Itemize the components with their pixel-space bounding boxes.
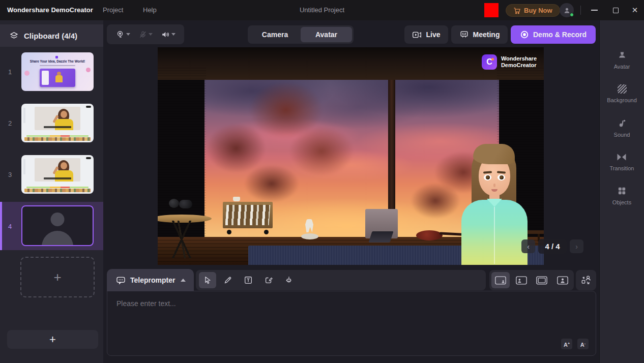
slide-number: 1 bbox=[8, 68, 12, 75]
plus-icon: + bbox=[53, 269, 61, 285]
text-tool[interactable] bbox=[240, 272, 257, 288]
clipboard-item-4-selected[interactable]: 4 bbox=[0, 202, 103, 250]
next-slide-button[interactable]: › bbox=[570, 239, 583, 253]
tab-camera[interactable]: Camera bbox=[249, 27, 301, 42]
preview-canvas[interactable]: C Wondershare DemoCreator bbox=[158, 47, 544, 265]
speaker-dropdown[interactable] bbox=[161, 30, 175, 39]
clipboard-item-2[interactable]: 2 bbox=[0, 103, 103, 142]
slide-thumbnail-promo[interactable]: Share Your Idea, Dazzle The World! bbox=[21, 52, 94, 91]
main-area: Camera Avatar Live Meeting Demo & Record bbox=[103, 20, 599, 363]
chevron-down-icon bbox=[171, 33, 175, 36]
book-cart bbox=[223, 198, 273, 234]
clipboard-title: Clipboard (4/4) bbox=[24, 32, 77, 40]
sound-note-icon bbox=[617, 118, 627, 128]
democreator-logo-icon: C bbox=[482, 54, 497, 70]
layout-person-only[interactable] bbox=[553, 272, 572, 288]
speech-bubble-icon bbox=[116, 276, 126, 285]
meeting-board-icon bbox=[459, 30, 469, 39]
slide-thumbnail-editor[interactable] bbox=[21, 104, 94, 142]
table-object bbox=[169, 199, 179, 208]
tree-foliage bbox=[193, 72, 371, 219]
buy-now-button[interactable]: Buy Now bbox=[506, 4, 560, 17]
layout-person-left[interactable] bbox=[512, 272, 531, 288]
sidebar-item-label: Transition bbox=[610, 165, 634, 171]
account-button[interactable] bbox=[560, 3, 574, 17]
font-size-controls: A+ A- bbox=[561, 339, 589, 349]
recording-indicator[interactable] bbox=[484, 3, 499, 17]
record-icon bbox=[520, 30, 529, 39]
add-slide-placeholder[interactable]: + bbox=[20, 257, 95, 297]
slide-thumbnail-editor[interactable] bbox=[21, 155, 94, 194]
live-button[interactable]: Live bbox=[404, 25, 448, 44]
slide-number: 2 bbox=[8, 119, 12, 127]
clear-tool[interactable] bbox=[280, 272, 298, 288]
shape-tool[interactable] bbox=[260, 272, 277, 288]
tab-avatar-selected[interactable]: Avatar bbox=[301, 27, 352, 42]
layers-icon bbox=[9, 31, 19, 41]
meeting-label: Meeting bbox=[473, 31, 500, 39]
sidebar-item-sound[interactable]: Sound bbox=[614, 118, 630, 138]
chevron-down-icon bbox=[149, 33, 153, 36]
microphone-muted-icon bbox=[139, 31, 147, 39]
table-object bbox=[179, 200, 192, 208]
slide-navigation: ‹ 4 / 4 › bbox=[521, 239, 583, 254]
speaker-icon bbox=[161, 30, 170, 39]
page-indicator: 4 / 4 bbox=[538, 239, 567, 254]
layout-screen-person-corner-icon bbox=[494, 276, 507, 285]
mode-toggle: Camera Avatar bbox=[248, 25, 354, 44]
buy-now-label: Buy Now bbox=[524, 7, 552, 14]
add-slide-button[interactable]: + bbox=[7, 330, 98, 349]
selection-accent-bar bbox=[0, 202, 2, 250]
promo-screenshot bbox=[40, 69, 75, 87]
sidebar-item-background[interactable]: Background bbox=[607, 84, 637, 103]
cart-icon bbox=[513, 7, 521, 14]
layout-screen-only-icon bbox=[536, 276, 548, 285]
chevron-down-icon bbox=[126, 33, 130, 36]
clipboard-item-1[interactable]: 1 Share Your Idea, Dazzle The World! bbox=[0, 52, 103, 91]
font-decrease-button[interactable]: A- bbox=[577, 339, 589, 349]
teleprompter-text-input[interactable] bbox=[107, 291, 596, 355]
sidebar-item-objects[interactable]: Objects bbox=[612, 186, 631, 205]
clipboard-item-3[interactable]: 3 bbox=[0, 155, 103, 194]
live-video-icon bbox=[412, 31, 422, 39]
microphone-dropdown-muted[interactable] bbox=[139, 31, 153, 39]
font-increase-button[interactable]: A+ bbox=[561, 339, 572, 349]
layout-mode-toolbar bbox=[489, 270, 574, 290]
demo-record-label: Demo & Record bbox=[533, 31, 587, 39]
clipboard-panel: Clipboard (4/4) 1 Share Your Idea, Dazzl… bbox=[0, 20, 103, 363]
sidebar-item-transition[interactable]: Transition bbox=[610, 153, 634, 171]
sidebar-item-label: Avatar bbox=[614, 64, 630, 70]
watermark: C Wondershare DemoCreator bbox=[482, 54, 537, 70]
user-icon bbox=[563, 7, 571, 14]
person-silhouette-icon bbox=[51, 213, 65, 226]
online-status-dot bbox=[570, 13, 574, 17]
live-label: Live bbox=[426, 31, 440, 39]
broom-icon bbox=[284, 276, 294, 285]
promo-logo-icon bbox=[55, 56, 58, 58]
device-controls bbox=[107, 24, 184, 44]
pen-tool[interactable] bbox=[219, 272, 237, 288]
maximize-button[interactable] bbox=[605, 0, 626, 20]
slide-thumbnail-avatar-placeholder[interactable] bbox=[21, 205, 94, 246]
close-button[interactable]: ✕ bbox=[625, 0, 644, 20]
collapse-icon[interactable] bbox=[181, 279, 186, 282]
meeting-button[interactable]: Meeting bbox=[451, 25, 508, 44]
teleprompter-tab[interactable]: Teleprompter bbox=[107, 269, 194, 291]
minimize-button[interactable] bbox=[584, 0, 604, 20]
sidebar-item-avatar[interactable]: Avatar bbox=[614, 50, 630, 70]
avatar-position-button[interactable] bbox=[576, 270, 596, 290]
webcam-icon bbox=[115, 30, 125, 39]
layout-screen-only[interactable] bbox=[533, 272, 551, 288]
cursor-tool-selected[interactable] bbox=[199, 272, 216, 288]
background-icon bbox=[618, 84, 627, 94]
sidebar-item-label: Objects bbox=[612, 199, 631, 205]
camera-device-dropdown[interactable] bbox=[115, 30, 130, 39]
slide-number: 4 bbox=[8, 222, 12, 230]
pencil-icon bbox=[223, 276, 232, 285]
objects-grid-icon bbox=[617, 186, 627, 196]
layout-pip-corner-selected[interactable] bbox=[491, 272, 510, 288]
demo-record-button[interactable]: Demo & Record bbox=[511, 25, 596, 44]
layout-person-only-icon bbox=[557, 276, 569, 285]
prev-slide-button[interactable]: ‹ bbox=[521, 239, 535, 253]
cursor-icon bbox=[203, 276, 212, 285]
